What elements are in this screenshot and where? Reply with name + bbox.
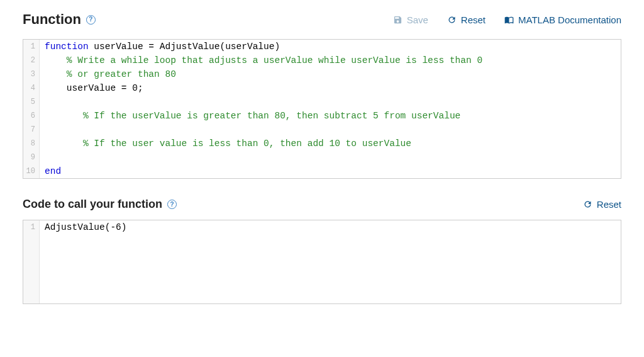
function-header-left: Function ? <box>23 11 96 28</box>
code-row: 5 <box>23 95 621 109</box>
code-line[interactable]: % If the userValue is greater than 80, t… <box>40 109 621 123</box>
function-title: Function <box>23 11 81 28</box>
caller-header-left: Code to call your function ? <box>23 198 177 211</box>
function-actions: Save Reset MATLAB Documentation <box>393 14 621 25</box>
line-number: 6 <box>23 109 40 123</box>
reset-label: Reset <box>461 14 486 25</box>
reset-button[interactable]: Reset <box>447 14 486 25</box>
code-row: 4 userValue = 0; <box>23 81 621 95</box>
code-line[interactable]: % Write a while loop that adjusts a user… <box>40 54 621 67</box>
function-header: Function ? Save Reset MATLAB Documentati… <box>23 11 621 28</box>
line-number: 7 <box>23 123 40 137</box>
reset-label: Reset <box>597 199 621 210</box>
caller-actions: Reset <box>583 199 621 210</box>
code-line[interactable]: function userValue = AdjustValue(userVal… <box>40 40 621 54</box>
help-icon[interactable]: ? <box>86 15 96 25</box>
code-line[interactable]: % If the user value is less than 0, then… <box>40 137 621 150</box>
save-button[interactable]: Save <box>393 14 428 25</box>
caller-title: Code to call your function <box>23 198 162 211</box>
caller-code-editor[interactable]: 1AdjustValue(-6) <box>23 220 621 304</box>
line-number: 9 <box>23 150 40 164</box>
docs-button[interactable]: MATLAB Documentation <box>504 14 621 25</box>
code-row: 6 % If the userValue is greater than 80,… <box>23 109 621 123</box>
reset-button[interactable]: Reset <box>583 199 621 210</box>
code-row: 10end <box>23 164 621 178</box>
code-line[interactable]: userValue = 0; <box>40 81 621 95</box>
line-number: 5 <box>23 95 40 109</box>
code-row: 7 <box>23 123 621 137</box>
code-row: 1function userValue = AdjustValue(userVa… <box>23 40 621 54</box>
code-row: 2 % Write a while loop that adjusts a us… <box>23 54 621 67</box>
save-icon <box>393 15 402 25</box>
reset-icon <box>447 15 457 25</box>
code-line[interactable] <box>40 150 621 164</box>
function-code-editor[interactable]: 1function userValue = AdjustValue(userVa… <box>23 39 621 179</box>
code-row: 3 % or greater than 80 <box>23 67 621 81</box>
help-icon[interactable]: ? <box>167 200 177 209</box>
code-row: 9 <box>23 150 621 164</box>
code-line[interactable]: % or greater than 80 <box>40 67 621 81</box>
code-line[interactable]: AdjustValue(-6) <box>40 220 621 303</box>
line-number: 2 <box>23 54 40 67</box>
reset-icon <box>583 200 592 209</box>
line-number: 3 <box>23 67 40 81</box>
line-number: 10 <box>23 164 40 178</box>
line-number: 8 <box>23 137 40 150</box>
line-number: 1 <box>23 40 40 54</box>
code-row: 8 % If the user value is less than 0, th… <box>23 137 621 150</box>
line-number: 1 <box>23 220 40 303</box>
code-line[interactable] <box>40 123 621 137</box>
code-line[interactable] <box>40 95 621 109</box>
book-icon <box>504 15 514 25</box>
caller-header: Code to call your function ? Reset <box>23 198 621 211</box>
code-line[interactable]: end <box>40 164 621 178</box>
line-number: 4 <box>23 81 40 95</box>
code-row: 1AdjustValue(-6) <box>23 220 621 303</box>
save-label: Save <box>407 14 428 25</box>
docs-label: MATLAB Documentation <box>518 14 621 25</box>
